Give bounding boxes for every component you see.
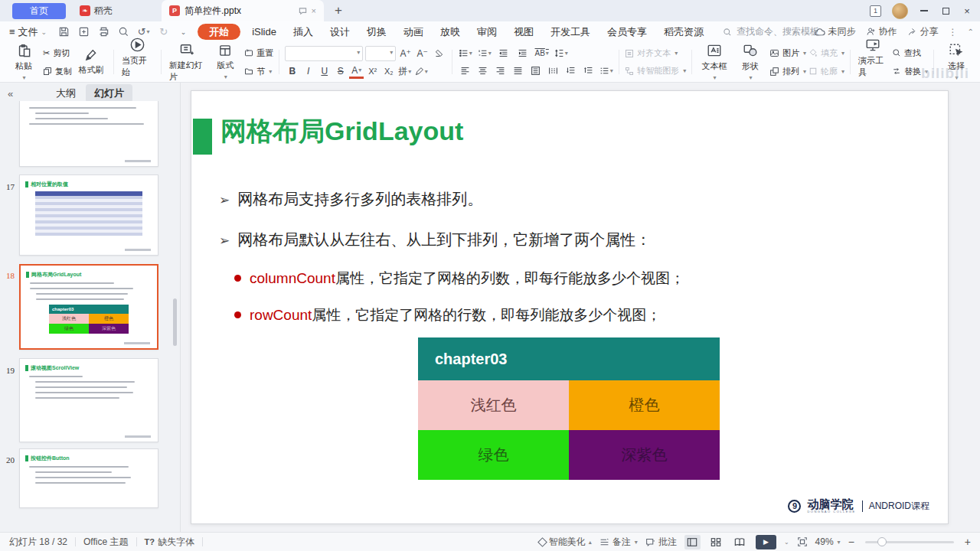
section-button[interactable]: 节 [244, 64, 273, 79]
left-right-spacing-icon[interactable] [581, 64, 596, 78]
tab-animation[interactable]: 动画 [395, 25, 432, 39]
subscript-button[interactable]: X₂ [381, 64, 396, 79]
comment-bubble-icon[interactable] [299, 7, 307, 15]
tab-insert[interactable]: 插入 [285, 25, 322, 39]
format-painter-button[interactable]: 格式刷 [74, 48, 108, 76]
tab-view[interactable]: 视图 [505, 25, 542, 39]
reading-view-button[interactable] [732, 535, 748, 549]
textbox-button[interactable]: 文本框 [697, 43, 731, 81]
tab-docer-resources[interactable]: 稻壳资源 [655, 25, 712, 39]
align-center-icon[interactable] [475, 64, 490, 78]
docer-tab[interactable]: ❧ 稻壳 [66, 0, 126, 21]
tab-transition[interactable]: 切换 [358, 25, 395, 39]
tab-member[interactable]: 会员专享 [599, 25, 655, 39]
zoom-slider-knob[interactable] [877, 537, 887, 546]
picture-button[interactable]: 图片 [769, 46, 806, 60]
text-direction-icon[interactable]: AB [534, 46, 549, 60]
slide-bullet-1[interactable]: ➢网格布局支持多行多列的表格排列。 [219, 189, 482, 210]
copy-button[interactable]: 复制 [43, 64, 72, 79]
slide-thumbnail-17[interactable]: 相对位置的取值 [19, 174, 158, 256]
line-spacing-icon[interactable] [554, 46, 568, 60]
slides-tab[interactable]: 幻灯片 [86, 84, 132, 103]
slide-thumbnail-19[interactable]: 滚动视图ScrollView [19, 358, 158, 442]
replace-button[interactable]: 替换 [892, 64, 928, 79]
theme-name[interactable]: Office 主题 [83, 536, 128, 549]
tab-islide[interactable]: iSlide [243, 26, 285, 37]
file-menu[interactable]: ≡ 文件 ⌄ [0, 25, 53, 39]
user-avatar[interactable] [892, 3, 908, 19]
notes-button[interactable]: 备注 [599, 536, 638, 549]
tab-review[interactable]: 审阅 [469, 25, 505, 39]
sync-status[interactable]: 未同步 [815, 25, 856, 38]
numbering-icon[interactable] [477, 46, 492, 60]
command-search[interactable]: 查找命令、搜索模板 [723, 25, 819, 38]
clear-format-icon[interactable] [432, 46, 446, 60]
home-tab[interactable]: 首页 [12, 3, 66, 19]
smart-beautify-button[interactable]: 智能美化 ▴ [539, 536, 592, 549]
gridlayout-diagram[interactable]: chapter03 浅红色 橙色 绿色 深紫色 [418, 337, 720, 480]
shapes-button[interactable]: 形状 [733, 43, 767, 81]
zoom-in-button[interactable]: + [965, 536, 971, 548]
decrease-font-icon[interactable]: A⁻ [415, 46, 430, 60]
slide-thumbnail-18-selected[interactable]: 网格布局GridLayout chapter03 浅红色 橙色 绿色 深紫色 [19, 264, 158, 350]
collapse-panel-button[interactable]: « [8, 88, 13, 99]
tab-developer[interactable]: 开发工具 [542, 25, 599, 39]
slide-sub-bullet-1[interactable]: columnCount属性，它指定了网格的列数，即每行能放多少个视图； [234, 269, 684, 289]
arrange-button[interactable]: 排列 [769, 64, 806, 79]
slide-thumbnail-16[interactable] [19, 101, 158, 167]
close-window-button[interactable]: × [962, 5, 972, 16]
restore-button[interactable] [940, 5, 951, 16]
new-slide-button[interactable]: 新建幻灯片 [167, 42, 207, 83]
slideshow-play-button[interactable]: ▶ [756, 535, 776, 549]
para-spacing-icon[interactable] [564, 64, 578, 78]
presentation-tools-button[interactable]: 演示工具 [856, 37, 890, 87]
collaborate-button[interactable]: 协作 [866, 25, 897, 38]
align-left-icon[interactable] [458, 64, 472, 78]
zoom-level[interactable]: 49% [815, 536, 841, 547]
tab-slideshow[interactable]: 放映 [432, 25, 469, 39]
increase-indent-icon[interactable] [515, 46, 530, 60]
select-button[interactable]: 选择 [939, 43, 973, 81]
superscript-button[interactable]: X² [365, 64, 380, 79]
font-size-combobox[interactable] [365, 46, 396, 61]
justify-icon[interactable] [511, 64, 525, 78]
comments-button[interactable]: 批注 [645, 536, 677, 549]
highlight-button[interactable] [413, 64, 428, 79]
print-icon[interactable] [97, 25, 110, 38]
tab-design[interactable]: 设计 [322, 25, 358, 39]
missing-font-warning[interactable]: T? 缺失字体 [145, 536, 194, 549]
find-button[interactable]: 查找 [892, 46, 928, 60]
tab-home-ribbon[interactable]: 开始 [198, 24, 240, 40]
play-options-icon[interactable]: ⌄ [784, 539, 789, 546]
minimize-button[interactable] [919, 5, 929, 16]
slide-sorter-view-button[interactable] [708, 535, 724, 549]
sidebar-scrollbar[interactable] [173, 298, 177, 346]
phonetic-guide-button[interactable]: 拼 [397, 64, 412, 79]
slide-thumbnail-20[interactable]: 按钮控件Button [19, 448, 158, 508]
share-button[interactable]: 分享 [907, 25, 939, 38]
distribute-icon[interactable] [528, 64, 543, 78]
collapse-ribbon-icon[interactable]: ⌃ [968, 28, 974, 36]
columns-icon[interactable] [546, 64, 560, 78]
bold-button[interactable]: B [285, 64, 299, 79]
italic-button[interactable]: I [301, 64, 315, 79]
underline-button[interactable]: U [317, 64, 332, 79]
decrease-indent-icon[interactable] [496, 46, 511, 60]
list-settings-icon[interactable] [599, 64, 613, 78]
document-tab[interactable]: P 简单控件.pptx × [162, 0, 324, 21]
slide-canvas[interactable]: 网格布局GridLayout ➢网格布局支持多行多列的表格排列。 ➢网格布局默认… [191, 90, 949, 524]
more-commands-icon[interactable]: ⌄ [177, 25, 190, 38]
increase-font-icon[interactable]: A⁺ [398, 46, 413, 60]
bullets-icon[interactable] [458, 46, 472, 60]
more-options-icon[interactable]: ⋮ [949, 27, 958, 37]
play-from-current-button[interactable]: 当页开始 [119, 37, 155, 87]
reset-button[interactable]: 重置 [244, 46, 273, 60]
close-document-icon[interactable]: × [312, 6, 316, 15]
cut-button[interactable]: ✂剪切 [43, 46, 72, 60]
slide-sub-bullet-2[interactable]: rowCount属性，它指定了网格的行数，即每列能放多少个视图； [234, 305, 661, 325]
slide-title[interactable]: 网格布局GridLayout [220, 114, 463, 149]
new-tab-button[interactable]: + [335, 3, 342, 18]
align-right-icon[interactable] [493, 64, 508, 78]
window-count-badge[interactable]: 1 [870, 5, 881, 17]
fit-slide-icon[interactable] [797, 536, 808, 547]
